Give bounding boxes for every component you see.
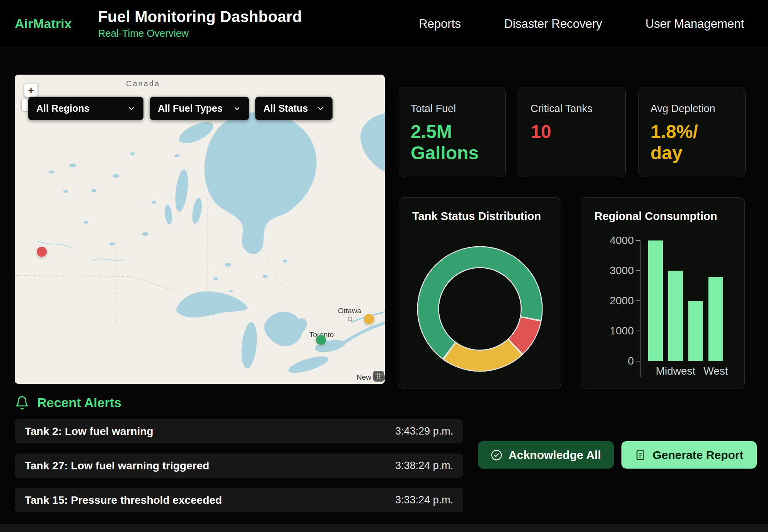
chevron-down-icon <box>317 105 324 113</box>
footer-strip <box>0 524 768 532</box>
map-label-ottawa: Ottawa <box>338 307 361 315</box>
map-panel[interactable]: Canada Ottawa Toronto New York + All Reg… <box>15 75 385 384</box>
alert-timestamp: 3:33:24 p.m. <box>395 494 453 506</box>
bar-3 <box>708 277 723 361</box>
stat-label: Avg Depletion <box>650 103 734 115</box>
alert-row[interactable]: Tank 27: Low fuel warning triggered 3:38… <box>15 454 463 478</box>
ottawa-city-dot <box>348 317 352 321</box>
alert-message: Tank 2: Low fuel warning <box>25 425 153 438</box>
status-filter-dropdown[interactable]: All Status <box>255 97 333 120</box>
alert-row[interactable]: Tank 2: Low fuel warning 3:43:29 p.m. <box>15 419 463 443</box>
y-tick-1000: 1000 <box>610 325 640 337</box>
alert-actions: Acknowledge All Generate Report <box>478 441 757 469</box>
bar-0 <box>648 240 663 361</box>
title-block: Fuel Monitoring Dashboard Real-Time Over… <box>98 9 302 39</box>
app-root: AirMatrix Fuel Monitoring Dashboard Real… <box>0 0 768 532</box>
chevron-down-icon <box>128 105 135 113</box>
alerts-title: Recent Alerts <box>37 395 121 410</box>
x-label-2 <box>686 365 706 377</box>
map-filter-bar: All Regions All Fuel Types All Status <box>28 97 333 120</box>
generate-report-button[interactable]: Generate Report <box>621 441 757 469</box>
bar-1 <box>668 271 683 361</box>
region-filter-value: All Regions <box>36 103 90 114</box>
alerts-header: Recent Alerts <box>15 395 121 410</box>
regional-consumption-card: Regional Consumption 01000200030004000 M… <box>581 197 745 389</box>
main-nav: Reports Disaster Recovery User Managemen… <box>419 17 749 31</box>
region-filter-dropdown[interactable]: All Regions <box>28 97 143 120</box>
stat-card-total-fuel: Total Fuel 2.5M Gallons <box>399 87 506 177</box>
bar-chart-y-axis: 01000200030004000 <box>594 240 640 361</box>
alert-message: Tank 27: Low fuel warning triggered <box>25 460 209 472</box>
tank-status-donut-chart <box>416 245 544 373</box>
stat-label: Total Fuel <box>411 103 494 115</box>
app-logo[interactable]: AirMatrix <box>15 16 72 31</box>
regional-consumption-bar-chart: 01000200030004000 MidwestWest <box>594 240 731 377</box>
bar-chart-plot-area: MidwestWest <box>640 240 726 377</box>
tank-status-title: Tank Status Distribution <box>412 210 548 223</box>
chevron-down-icon <box>233 105 241 113</box>
charts-row: Tank Status Distribution Regional Consum… <box>399 197 745 389</box>
check-circle-icon <box>491 449 502 461</box>
stat-value-critical-tanks: 10 <box>531 121 614 142</box>
stats-row: Total Fuel 2.5M Gallons Critical Tanks 1… <box>399 87 746 177</box>
nav-reports[interactable]: Reports <box>419 17 461 31</box>
zoom-in-button[interactable]: + <box>24 84 38 97</box>
document-icon <box>635 449 646 461</box>
fuel-type-filter-dropdown[interactable]: All Fuel Types <box>150 97 249 120</box>
stat-card-critical-tanks: Critical Tanks 10 <box>519 87 626 177</box>
alert-timestamp: 3:43:29 p.m. <box>395 425 453 437</box>
y-tick-0: 0 <box>628 355 640 367</box>
bar-2 <box>688 301 703 361</box>
stat-label: Critical Tanks <box>531 103 614 115</box>
map-resize-handle[interactable] <box>373 371 384 382</box>
map-label-canada: Canada <box>126 79 160 88</box>
fuel-type-filter-value: All Fuel Types <box>158 103 223 114</box>
y-tick-4000: 4000 <box>610 234 640 247</box>
page-title: Fuel Monitoring Dashboard <box>98 9 302 25</box>
tank-marker-normal[interactable] <box>316 335 326 345</box>
bar-chart-x-axis: MidwestWest <box>641 365 726 377</box>
alert-message: Tank 15: Pressure threshold exceeded <box>25 494 222 506</box>
bell-icon <box>15 396 29 410</box>
y-tick-3000: 3000 <box>610 264 640 277</box>
x-label-1: Midwest <box>666 365 686 377</box>
stat-card-avg-depletion: Avg Depletion 1.8%/ day <box>638 87 746 177</box>
nav-user-management[interactable]: User Management <box>645 17 744 31</box>
page-subtitle: Real-Time Overview <box>98 27 302 39</box>
regional-consumption-title: Regional Consumption <box>594 210 731 223</box>
tank-marker-warning[interactable] <box>364 314 374 324</box>
stat-value-avg-depletion: 1.8%/ day <box>650 121 734 164</box>
y-tick-2000: 2000 <box>610 295 640 307</box>
nav-disaster-recovery[interactable]: Disaster Recovery <box>504 17 602 31</box>
acknowledge-all-button[interactable]: Acknowledge All <box>478 441 614 469</box>
tank-status-card: Tank Status Distribution <box>399 197 561 389</box>
tank-marker-critical[interactable] <box>37 247 47 257</box>
x-label-3: West <box>706 365 726 377</box>
alert-row[interactable]: Tank 15: Pressure threshold exceeded 3:3… <box>15 488 463 512</box>
acknowledge-all-label: Acknowledge All <box>509 448 601 462</box>
status-filter-value: All Status <box>263 103 308 114</box>
alert-timestamp: 3:38:24 p.m. <box>395 460 453 472</box>
alert-list: Tank 2: Low fuel warning 3:43:29 p.m. Ta… <box>15 419 463 512</box>
stat-value-total-fuel: 2.5M Gallons <box>411 121 494 164</box>
header: AirMatrix Fuel Monitoring Dashboard Real… <box>0 0 768 48</box>
generate-report-label: Generate Report <box>652 448 743 462</box>
drag-dots-icon <box>375 373 382 379</box>
